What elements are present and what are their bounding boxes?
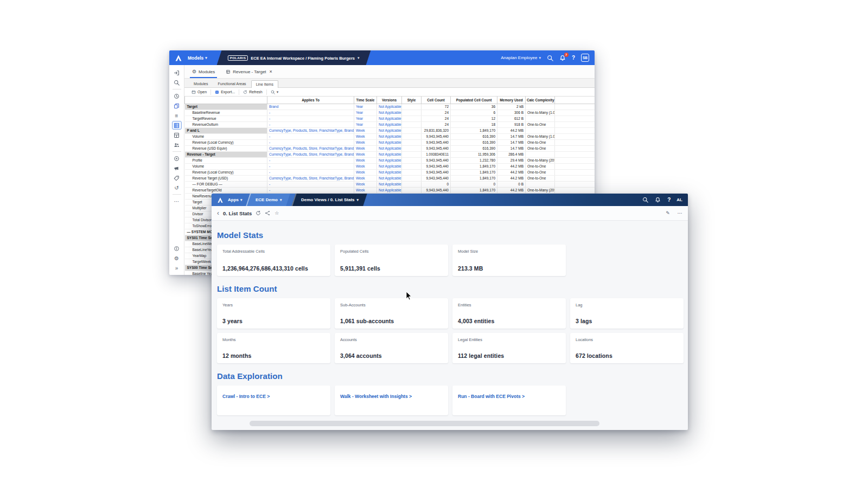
memory-used-cell[interactable]: 44.2 MB: [497, 163, 526, 169]
table-row[interactable]: P and L CurrencyType, Products, Store, F…: [185, 127, 595, 133]
calc-complexity-cell[interactable]: One-to-Many (1.0): [526, 110, 555, 115]
search-icon[interactable]: [642, 197, 649, 203]
applies-to-cell[interactable]: -: [267, 115, 354, 121]
time-scale-cell[interactable]: Week: [354, 157, 377, 163]
cell-count-cell[interactable]: 9,943,945,440: [422, 139, 451, 145]
table-row[interactable]: Volume - Week Not Applicable 9,943,945,4…: [185, 163, 595, 169]
style-cell[interactable]: [402, 175, 422, 181]
applies-to-cell[interactable]: CurrencyType, Products, Store, Franchise…: [267, 145, 354, 151]
memory-used-cell[interactable]: 44.2 MB: [497, 169, 526, 175]
memory-used-cell[interactable]: 44.2 MB: [497, 127, 526, 133]
versions-cell[interactable]: Not Applicable: [377, 133, 402, 139]
time-scale-cell[interactable]: Week: [354, 133, 377, 139]
cell-count-cell[interactable]: 24: [422, 115, 451, 121]
populated-cell-count-cell[interactable]: 1,232,780: [451, 157, 497, 163]
time-scale-cell[interactable]: Year: [354, 104, 377, 110]
help-button[interactable]: ?: [572, 55, 575, 61]
time-scale-cell[interactable]: Week: [354, 127, 377, 133]
table-row[interactable]: RevenueTargetOld - Week Not Applicable 9…: [185, 187, 595, 193]
table-row[interactable]: Revenue (Local Currency) - Week Not Appl…: [185, 139, 595, 145]
model-exit-icon[interactable]: [172, 68, 182, 77]
line-item-name-cell[interactable]: Volume: [185, 163, 267, 169]
table-row[interactable]: Revenue Target (USD) CurrencyType, Produ…: [185, 175, 595, 181]
list-icon[interactable]: ≡: [172, 111, 182, 120]
style-cell[interactable]: [402, 115, 422, 121]
memory-used-cell[interactable]: 14.7 MB: [497, 139, 526, 145]
memory-used-cell[interactable]: 0 B: [497, 181, 526, 187]
versions-cell[interactable]: Not Applicable: [377, 187, 402, 193]
calc-complexity-cell[interactable]: [526, 104, 555, 110]
cell-count-cell[interactable]: 0: [422, 181, 451, 187]
versions-cell[interactable]: Not Applicable: [377, 139, 402, 145]
applies-to-cell[interactable]: -: [267, 157, 354, 163]
versions-cell[interactable]: Not Applicable: [377, 145, 402, 151]
line-item-name-cell[interactable]: P and L: [185, 127, 267, 133]
document-tab[interactable]: ⚙ Modules ×: [187, 65, 220, 78]
view-tab[interactable]: Functional Areas: [213, 80, 251, 87]
time-scale-cell[interactable]: Year: [354, 121, 377, 127]
memory-used-cell[interactable]: 612 B: [497, 115, 526, 121]
style-cell[interactable]: [402, 110, 422, 115]
cell-count-cell[interactable]: 9,943,945,440: [422, 169, 451, 175]
table-row[interactable]: Profile - Week Not Applicable 9,943,945,…: [185, 157, 595, 163]
copy-icon[interactable]: [172, 101, 182, 110]
refresh-icon[interactable]: [256, 210, 261, 216]
versions-cell[interactable]: Not Applicable: [377, 115, 402, 121]
populated-cell-count-cell[interactable]: 12: [451, 115, 497, 121]
calc-complexity-cell[interactable]: One-to-Many (209.0): [526, 157, 555, 163]
style-cell[interactable]: [402, 169, 422, 175]
versions-cell[interactable]: Not Applicable: [377, 181, 402, 187]
versions-cell[interactable]: Not Applicable: [377, 169, 402, 175]
versions-cell[interactable]: Not Applicable: [377, 151, 402, 157]
line-item-name-cell[interactable]: Revenue (USD Equiv): [185, 145, 267, 151]
divider[interactable]: [173, 89, 181, 89]
populated-cell-count-cell[interactable]: 1,849,170: [451, 163, 497, 169]
target-icon[interactable]: [172, 154, 182, 163]
applies-to-cell[interactable]: -: [267, 133, 354, 139]
calc-complexity-cell[interactable]: One-to-Many (209.0): [526, 187, 555, 193]
table-row[interactable]: — FOR DEBUG — - Week Not Applicable 0 0 …: [185, 181, 595, 187]
populated-cell-count-cell[interactable]: 1,849,170: [451, 187, 497, 193]
populated-cell-count-cell[interactable]: 6: [451, 110, 497, 115]
calc-complexity-cell[interactable]: One-to-One: [526, 145, 555, 151]
export-button[interactable]: Export...: [211, 88, 239, 96]
style-cell[interactable]: [402, 127, 422, 133]
exploration-link[interactable]: Crawl - Intro to ECE >: [222, 394, 270, 399]
board-icon[interactable]: [172, 131, 182, 139]
style-cell[interactable]: [402, 157, 422, 163]
applies-to-cell[interactable]: Brand: [267, 104, 354, 110]
announce-icon[interactable]: [172, 164, 182, 172]
applies-to-cell[interactable]: -: [267, 181, 354, 187]
users-icon[interactable]: [172, 140, 182, 149]
populated-cell-count-cell[interactable]: 0: [451, 181, 497, 187]
line-item-name-cell[interactable]: Revenue Target (USD): [185, 175, 267, 181]
memory-used-cell[interactable]: 286.4 MB: [497, 151, 526, 157]
cell-count-cell[interactable]: 9,943,945,440: [422, 163, 451, 169]
applies-to-cell[interactable]: CurrencyType, Products, Store, Franchise…: [267, 151, 354, 157]
applies-to-cell[interactable]: -: [267, 121, 354, 127]
applies-to-cell[interactable]: -: [267, 163, 354, 169]
search-icon[interactable]: [172, 78, 182, 87]
time-scale-cell[interactable]: Week: [354, 139, 377, 145]
time-scale-cell[interactable]: Week: [354, 145, 377, 151]
workspace-breadcrumb[interactable]: POLARIS ECE EA Internal Workspace / Flam…: [216, 50, 371, 65]
help-button[interactable]: ?: [667, 197, 671, 203]
history-icon[interactable]: [172, 92, 182, 100]
settings-icon[interactable]: ⚙: [172, 254, 182, 262]
versions-cell[interactable]: Not Applicable: [377, 121, 402, 127]
style-cell[interactable]: [402, 145, 422, 151]
populated-cell-count-cell[interactable]: 616,390: [451, 145, 497, 151]
memory-used-cell[interactable]: 2 kB: [497, 104, 526, 110]
time-scale-cell[interactable]: Week: [354, 169, 377, 175]
memory-used-cell[interactable]: 44.2 MB: [497, 175, 526, 181]
calc-complexity-cell[interactable]: One-to-One: [526, 175, 555, 181]
populated-cell-count-cell[interactable]: 1,849,170: [451, 127, 497, 133]
table-row[interactable]: Target Brand Year Not Applicable 72 36 2…: [185, 104, 595, 110]
line-item-name-cell[interactable]: Target: [185, 104, 267, 110]
open-button[interactable]: Open: [188, 88, 210, 96]
more-icon[interactable]: ⋯: [677, 210, 682, 216]
exploration-link[interactable]: Walk - Worksheet with Insights >: [340, 394, 412, 399]
exploration-link[interactable]: Run - Board with ECE Pivots >: [458, 394, 525, 399]
memory-used-cell[interactable]: 918 B: [497, 121, 526, 127]
applies-to-cell[interactable]: CurrencyType, Products, Store, Franchise…: [267, 127, 354, 133]
